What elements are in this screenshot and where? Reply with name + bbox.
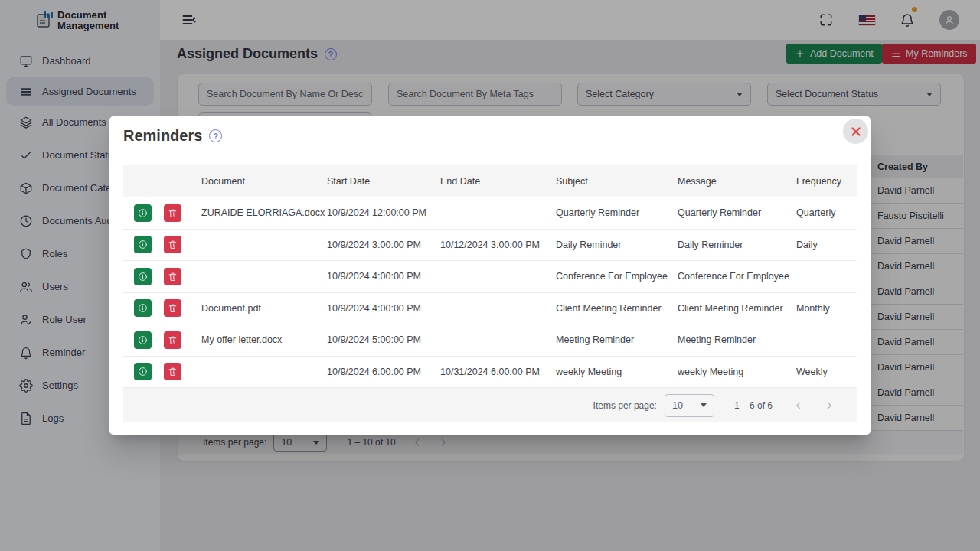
info-button[interactable] — [134, 331, 152, 349]
modal-help-icon[interactable]: ? — [209, 129, 222, 142]
close-icon — [850, 126, 862, 138]
cell-start-date: 10/9/2024 3:00:00 PM — [327, 240, 440, 250]
reminders-table: Document Start Date End Date Subject Mes… — [123, 165, 857, 422]
delete-button[interactable] — [164, 299, 181, 317]
cell-end-date: 10/12/2024 3:00:00 PM — [440, 240, 556, 250]
previous-page-icon[interactable] — [794, 401, 803, 410]
column-frequency: Frequency — [796, 176, 857, 187]
modal-title: Reminders — [123, 127, 202, 145]
trash-icon — [168, 335, 178, 345]
delete-button[interactable] — [164, 331, 181, 349]
delete-button[interactable] — [164, 204, 181, 222]
column-document: Document — [201, 176, 327, 187]
reminder-row: ZURAIDE ELORRIAGA.docx 10/9/2024 12:00:0… — [123, 197, 857, 230]
page-range-label: 1 – 6 of 6 — [734, 400, 773, 411]
reminder-row: 10/9/2024 6:00:00 PM 10/31/2024 6:00:00 … — [123, 357, 857, 389]
cell-document: My offer letter.docx — [201, 334, 327, 345]
cell-message: Conference For Employee — [678, 271, 796, 282]
cell-document: Document.pdf — [201, 303, 327, 314]
close-modal-button[interactable] — [843, 119, 868, 144]
column-subject: Subject — [556, 176, 678, 187]
reminders-modal: Reminders ? Document Start Date End Date… — [109, 116, 871, 435]
cell-frequency: Monthly — [796, 303, 857, 314]
trash-icon — [168, 303, 178, 313]
cell-subject: Daily Reminder — [556, 240, 678, 250]
column-end-date: End Date — [440, 176, 556, 187]
cell-subject: Conference For Employee — [556, 271, 678, 282]
reminder-row: Document.pdf 10/9/2024 4:00:00 PM Client… — [123, 293, 857, 325]
cell-message: Quarterly Reminder — [678, 207, 796, 218]
cell-frequency: Weekly — [796, 367, 857, 377]
chevron-down-icon — [701, 403, 707, 407]
cell-start-date: 10/9/2024 4:00:00 PM — [327, 303, 440, 314]
reminders-table-header: Document Start Date End Date Subject Mes… — [123, 165, 857, 197]
reminder-row: 10/9/2024 3:00:00 PM 10/12/2024 3:00:00 … — [123, 230, 857, 262]
info-icon — [138, 208, 148, 218]
trash-icon — [168, 208, 178, 218]
cell-subject: Quarterly Reminder — [556, 207, 678, 218]
cell-start-date: 10/9/2024 12:00:00 PM — [327, 207, 440, 218]
cell-message: weekly Meeting — [678, 367, 796, 377]
reminder-row: 10/9/2024 4:00:00 PM Conference For Empl… — [123, 261, 857, 293]
cell-start-date: 10/9/2024 5:00:00 PM — [327, 334, 440, 345]
info-button[interactable] — [134, 236, 152, 253]
info-button[interactable] — [134, 268, 152, 285]
trash-icon — [168, 240, 178, 249]
info-button[interactable] — [134, 363, 152, 380]
items-per-page-label: Items per page: — [593, 400, 657, 411]
reminders-pagination: Items per page: 10 1 – 6 of 6 — [123, 388, 857, 422]
info-icon — [138, 367, 148, 377]
cell-document: ZURAIDE ELORRIAGA.docx — [201, 207, 327, 218]
trash-icon — [168, 272, 178, 282]
delete-button[interactable] — [164, 236, 181, 253]
column-start-date: Start Date — [327, 176, 440, 187]
info-button[interactable] — [134, 204, 152, 222]
cell-start-date: 10/9/2024 4:00:00 PM — [327, 271, 440, 282]
cell-start-date: 10/9/2024 6:00:00 PM — [327, 367, 440, 377]
items-per-page-select[interactable]: 10 — [665, 394, 714, 417]
column-message: Message — [678, 176, 796, 187]
next-page-icon[interactable] — [825, 401, 834, 410]
cell-frequency: Daily — [796, 240, 857, 250]
cell-message: Meeting Reminder — [678, 334, 796, 345]
cell-message: Client Meeting Reminder — [678, 303, 796, 314]
info-icon — [138, 335, 148, 345]
info-icon — [138, 240, 148, 249]
cell-frequency: Quarterly — [796, 207, 857, 218]
cell-subject: weekly Meeting — [556, 367, 678, 377]
reminder-row: My offer letter.docx 10/9/2024 5:00:00 P… — [123, 324, 857, 357]
delete-button[interactable] — [164, 363, 181, 380]
cell-end-date: 10/31/2024 6:00:00 PM — [440, 367, 556, 377]
cell-subject: Client Meeting Reminder — [556, 303, 678, 314]
cell-message: Daily Reminder — [678, 240, 796, 250]
cell-subject: Meeting Reminder — [556, 334, 678, 345]
trash-icon — [168, 367, 178, 377]
info-button[interactable] — [134, 299, 152, 317]
info-icon — [138, 303, 148, 313]
info-icon — [138, 272, 148, 282]
delete-button[interactable] — [164, 268, 181, 285]
